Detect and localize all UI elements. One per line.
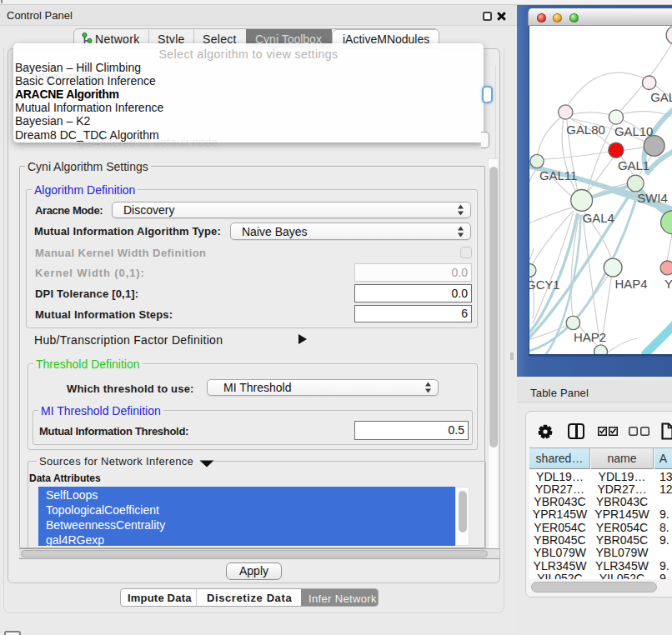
svg-text:HAP4: HAP4 bbox=[615, 278, 648, 291]
svg-text:GCY1: GCY1 bbox=[529, 278, 560, 292]
svg-text:GAL11: GAL11 bbox=[539, 169, 577, 182]
svg-text:GAL10: GAL10 bbox=[614, 125, 653, 138]
svg-text:HAP2: HAP2 bbox=[574, 331, 606, 344]
svg-text:GAL7: GAL7 bbox=[650, 91, 672, 104]
svg-text:SWI4: SWI4 bbox=[637, 192, 667, 205]
svg-text:GAL80: GAL80 bbox=[566, 123, 604, 137]
svg-text:YJL0: YJL0 bbox=[664, 278, 672, 291]
svg-text:GAL1: GAL1 bbox=[618, 159, 649, 172]
svg-text:GAL4: GAL4 bbox=[583, 212, 614, 225]
